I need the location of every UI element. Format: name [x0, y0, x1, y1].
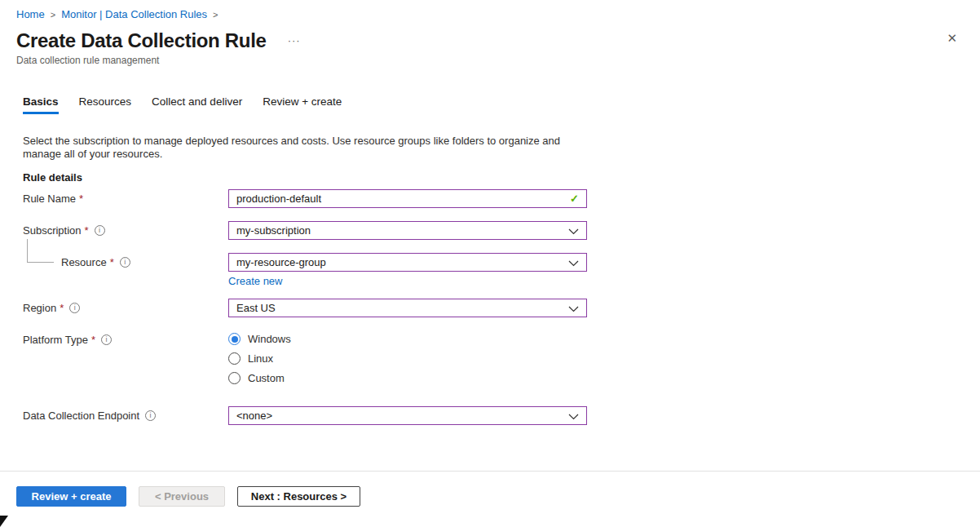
rule-name-label: Rule Name *: [23, 193, 228, 205]
radio-label-custom: Custom: [248, 372, 285, 384]
chevron-down-icon: [568, 228, 579, 235]
rule-name-value: production-default: [236, 193, 321, 205]
subscription-row: Subscription * i my-subscription: [0, 221, 980, 240]
breadcrumb: Home > Monitor | Data Collection Rules >: [0, 0, 980, 20]
info-icon[interactable]: i: [120, 257, 130, 268]
data-collection-endpoint-label: Data Collection Endpoint i: [23, 410, 228, 422]
resource-group-label-text: Resource: [61, 256, 107, 268]
info-icon[interactable]: i: [69, 303, 80, 313]
platform-type-radio-group: Windows Linux Custom: [228, 333, 291, 384]
platform-type-label-text: Platform Type: [23, 334, 88, 346]
info-icon[interactable]: i: [145, 410, 156, 421]
region-dropdown[interactable]: East US: [228, 299, 587, 317]
subscription-dropdown[interactable]: my-subscription: [228, 221, 587, 240]
close-icon[interactable]: ✕: [947, 31, 957, 46]
tab-basics[interactable]: Basics: [23, 95, 59, 114]
rule-name-label-text: Rule Name: [23, 193, 76, 205]
radio-selected-icon[interactable]: [228, 333, 241, 345]
radio-option-custom[interactable]: Custom: [228, 372, 291, 384]
resource-group-value: my-resource-group: [236, 256, 326, 268]
required-marker: *: [85, 224, 89, 237]
region-value: East US: [236, 302, 276, 314]
platform-type-row: Platform Type * i Windows Linux Custom: [0, 333, 980, 384]
data-collection-endpoint-dropdown[interactable]: <none>: [228, 406, 587, 425]
radio-label-windows: Windows: [248, 333, 291, 345]
subscription-label: Subscription * i: [23, 224, 228, 237]
radio-unselected-icon[interactable]: [228, 372, 241, 384]
required-marker: *: [60, 302, 64, 314]
tab-collect-and-deliver[interactable]: Collect and deliver: [152, 95, 242, 114]
radio-option-linux[interactable]: Linux: [228, 352, 291, 365]
mouse-cursor: [0, 516, 8, 527]
footer-button-bar: Review + create < Previous Next : Resour…: [0, 472, 980, 507]
valid-check-icon: ✓: [570, 193, 579, 205]
data-collection-endpoint-value: <none>: [236, 410, 272, 422]
page-subtitle: Data collection rule management: [16, 55, 980, 66]
required-marker: *: [91, 334, 95, 346]
next-resources-button[interactable]: Next : Resources >: [237, 486, 360, 507]
breadcrumb-home-link[interactable]: Home: [16, 8, 45, 20]
radio-unselected-icon[interactable]: [228, 352, 241, 365]
required-marker: *: [110, 256, 114, 268]
tab-resources[interactable]: Resources: [79, 95, 132, 114]
chevron-down-icon: [568, 414, 579, 420]
rule-details-heading: Rule details: [23, 171, 980, 184]
subscription-value: my-subscription: [236, 224, 311, 237]
subscription-label-text: Subscription: [23, 224, 82, 237]
region-label-text: Region: [23, 302, 56, 314]
breadcrumb-monitor-link[interactable]: Monitor | Data Collection Rules: [61, 8, 207, 20]
rule-name-row: Rule Name * production-default ✓: [0, 189, 980, 208]
previous-button[interactable]: < Previous: [139, 486, 225, 507]
data-collection-endpoint-row: Data Collection Endpoint i <none>: [0, 406, 980, 425]
review-create-button[interactable]: Review + create: [16, 486, 126, 507]
tab-review-create[interactable]: Review + create: [263, 95, 342, 114]
breadcrumb-separator-icon: >: [207, 10, 223, 20]
resource-group-dropdown[interactable]: my-resource-group: [228, 253, 587, 272]
create-new-link[interactable]: Create new: [228, 275, 282, 287]
chevron-down-icon: [568, 260, 579, 267]
data-collection-endpoint-label-text: Data Collection Endpoint: [23, 410, 139, 422]
rule-name-input[interactable]: production-default ✓: [228, 189, 587, 208]
radio-label-linux: Linux: [248, 352, 273, 365]
radio-option-windows[interactable]: Windows: [228, 333, 291, 345]
region-label: Region * i: [23, 302, 228, 314]
indent-connector-vertical: [27, 239, 28, 263]
platform-type-label: Platform Type * i: [23, 333, 228, 346]
create-new-row: Create new: [0, 275, 980, 286]
resource-group-label: Resource * i: [61, 256, 228, 268]
breadcrumb-separator-icon: >: [45, 10, 61, 20]
chevron-down-icon: [568, 306, 579, 312]
resource-group-row: Resource * i my-resource-group: [0, 253, 980, 272]
region-row: Region * i East US: [0, 299, 980, 317]
tab-bar: Basics Resources Collect and deliver Rev…: [23, 95, 980, 114]
indent-connector-horizontal: [27, 262, 54, 263]
page-title: Create Data Collection Rule: [16, 30, 267, 51]
more-options-icon[interactable]: ···: [288, 30, 301, 51]
info-icon[interactable]: i: [95, 225, 105, 236]
info-icon[interactable]: i: [101, 334, 112, 345]
required-marker: *: [79, 193, 83, 205]
subscription-description: Select the subscription to manage deploy…: [23, 135, 569, 161]
